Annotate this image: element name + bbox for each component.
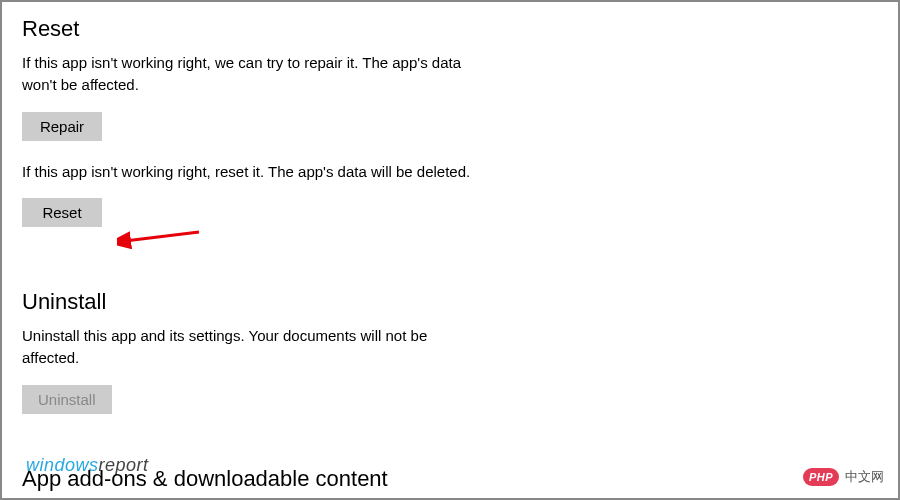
php-cn-watermark: PHP 中文网: [803, 468, 884, 486]
addons-section-heading: App add-ons & downloadable content: [22, 466, 388, 492]
repair-button[interactable]: Repair: [22, 112, 102, 141]
reset-button[interactable]: Reset: [22, 198, 102, 227]
php-pill-icon: PHP: [803, 468, 839, 486]
reset-description: If this app isn't working right, reset i…: [22, 161, 472, 183]
uninstall-description: Uninstall this app and its settings. You…: [22, 325, 472, 369]
reset-section-heading: Reset: [22, 16, 878, 42]
php-cn-text: 中文网: [845, 468, 884, 486]
repair-description: If this app isn't working right, we can …: [22, 52, 472, 96]
uninstall-button: Uninstall: [22, 385, 112, 414]
uninstall-section-heading: Uninstall: [22, 289, 878, 315]
